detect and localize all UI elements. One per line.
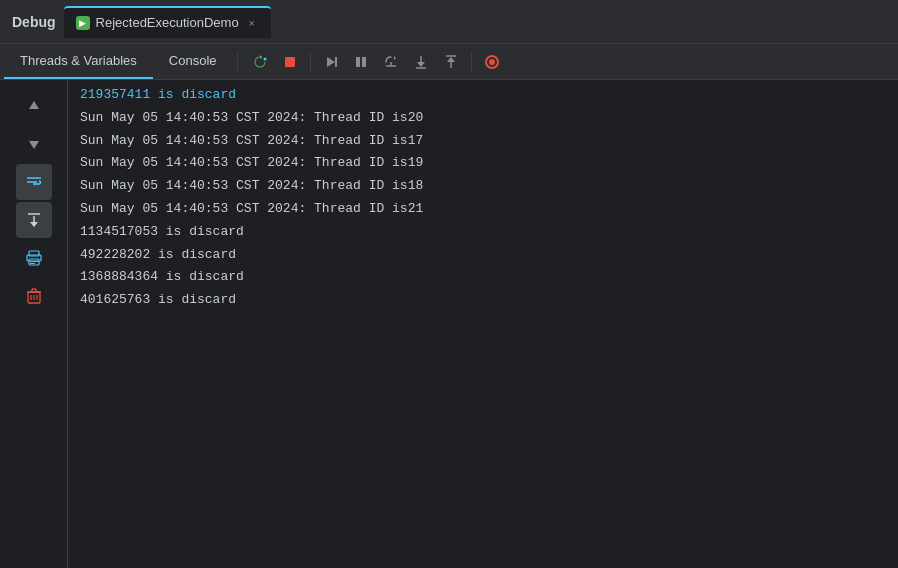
svg-marker-23: [30, 222, 38, 227]
clear-console-button[interactable]: [16, 278, 52, 314]
stop-button[interactable]: [276, 48, 304, 76]
scroll-up-button[interactable]: [16, 88, 52, 124]
toolbar-divider-2: [310, 52, 311, 72]
svg-rect-27: [30, 261, 38, 262]
console-line: 492228202 is discard: [68, 244, 898, 267]
tab-console[interactable]: Console: [153, 44, 233, 79]
tab-icon: ▶: [76, 16, 90, 30]
svg-marker-17: [29, 141, 39, 149]
left-sidebar: [0, 80, 68, 568]
svg-rect-28: [30, 263, 35, 264]
toolbar: Threads & Variables Console: [0, 44, 898, 80]
step-into-button[interactable]: [407, 48, 435, 76]
svg-rect-5: [362, 57, 366, 67]
console-line: Sun May 05 14:40:53 CST 2024: Thread ID …: [68, 175, 898, 198]
svg-point-15: [489, 59, 495, 65]
svg-marker-12: [447, 57, 455, 62]
run-tab[interactable]: ▶ RejectedExecutionDemo ×: [64, 6, 271, 38]
pause-button[interactable]: [347, 48, 375, 76]
mute-breakpoints-button[interactable]: [478, 48, 506, 76]
toolbar-divider-3: [471, 52, 472, 72]
step-over-button[interactable]: [377, 48, 405, 76]
toolbar-actions: [246, 48, 506, 76]
reload-button[interactable]: [246, 48, 274, 76]
step-out-button[interactable]: [437, 48, 465, 76]
svg-point-0: [263, 57, 266, 60]
svg-marker-16: [29, 101, 39, 109]
print-button[interactable]: [16, 240, 52, 276]
title-bar: Debug ▶ RejectedExecutionDemo ×: [0, 0, 898, 44]
tab-threads-variables[interactable]: Threads & Variables: [4, 44, 153, 79]
console-line: Sun May 05 14:40:53 CST 2024: Thread ID …: [68, 198, 898, 221]
console-line: 401625763 is discard: [68, 289, 898, 312]
console-line: 1134517053 is discard: [68, 221, 898, 244]
resume-button[interactable]: [317, 48, 345, 76]
console-line: Sun May 05 14:40:53 CST 2024: Thread ID …: [68, 130, 898, 153]
svg-rect-4: [356, 57, 360, 67]
tab-close-button[interactable]: ×: [245, 16, 259, 30]
main-layout: 219357411 is discardSun May 05 14:40:53 …: [0, 80, 898, 568]
svg-rect-3: [335, 57, 337, 67]
console-line: Sun May 05 14:40:53 CST 2024: Thread ID …: [68, 107, 898, 130]
scroll-to-end-button[interactable]: [16, 202, 52, 238]
scroll-down-button[interactable]: [16, 126, 52, 162]
svg-marker-2: [327, 57, 335, 67]
toolbar-divider: [237, 52, 238, 72]
svg-marker-9: [417, 62, 425, 67]
tab-label: RejectedExecutionDemo: [96, 15, 239, 30]
debug-label: Debug: [12, 14, 56, 30]
console-output: 219357411 is discardSun May 05 14:40:53 …: [68, 80, 898, 568]
svg-rect-1: [285, 57, 295, 67]
console-line: 1368884364 is discard: [68, 266, 898, 289]
console-line: Sun May 05 14:40:53 CST 2024: Thread ID …: [68, 152, 898, 175]
soft-wrap-button[interactable]: [16, 164, 52, 200]
console-line: 219357411 is discard: [68, 84, 898, 107]
